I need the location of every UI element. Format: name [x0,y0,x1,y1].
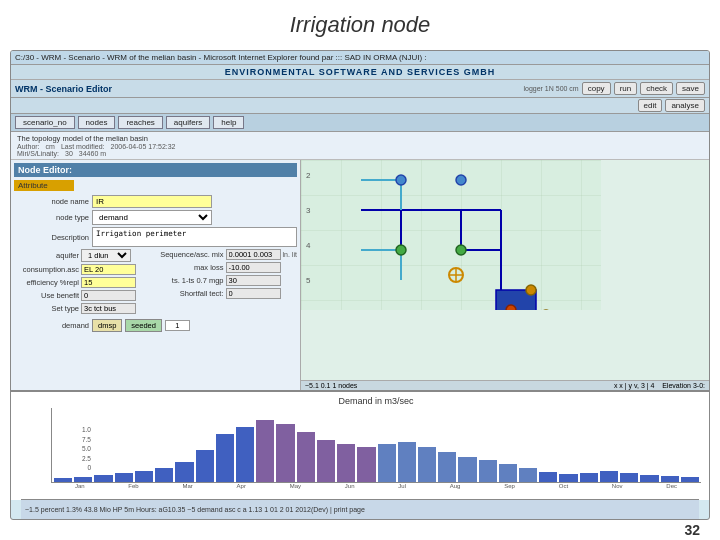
nodes-label: Miri/S/Linaity: [17,150,59,157]
description-label: Description [14,233,89,242]
bar-21 [458,457,476,482]
x-label-jan: Jan [75,483,85,489]
tab-nodes[interactable]: nodes [78,116,116,129]
demand-row: demand dmsp seeded [14,319,297,332]
form-dual: aquifer 1 dlun consumption.asc efficienc… [14,249,297,316]
copy-button[interactable]: copy [582,82,611,95]
consumption-label: consumption.asc [14,265,79,274]
efficiency-label: efficiency %repl [14,278,79,287]
max-loss-row: max loss [159,262,298,273]
demand-value-input[interactable] [165,320,190,331]
efficiency-row: efficiency %repl [14,277,153,288]
save-button[interactable]: save [676,82,705,95]
dmsp-button[interactable]: dmsp [92,319,122,332]
svg-point-21 [456,245,466,255]
svg-text:5: 5 [306,276,311,285]
svg-rect-1 [301,160,601,310]
logger-label: logger 1N 500 cm [523,85,578,92]
node-name-input[interactable] [92,195,212,208]
last-modified-label: Last modified: [61,143,105,150]
bar-11 [256,420,274,482]
length-value: 34460 m [79,150,106,157]
bar-23 [499,464,517,482]
x-label-sep: Sep [504,483,515,489]
set-type-row: Set type [14,303,153,314]
x-label-nov: Nov [612,483,623,489]
sequence-row: Sequence/asc. mix ln. lit [159,249,298,260]
last-modified-value: 2006-04-05 17:52:32 [111,143,176,150]
bar-31 [661,476,679,482]
aquifer-select[interactable]: 1 dlun [81,249,131,262]
bar-9 [216,434,234,482]
efficiency-max-input[interactable] [226,275,281,286]
svg-text:3: 3 [306,206,311,215]
y-axis-value-1: 1.0 [82,426,91,433]
sequence-input[interactable] [226,249,281,260]
use-benefit-input[interactable] [81,290,136,301]
bar-27 [580,473,598,482]
x-label-may: May [290,483,301,489]
x-label-mar: Mar [182,483,192,489]
shortfall-input[interactable] [226,288,281,299]
chart-container [51,408,701,483]
x-label-jul: Jul [398,483,406,489]
bar-13 [297,432,315,482]
demand-label: demand [14,321,89,330]
check-button[interactable]: check [640,82,673,95]
bar-25 [539,472,557,482]
bar-19 [418,447,436,482]
consumption-input[interactable] [81,264,136,275]
bar-4 [115,473,133,482]
analyse-button[interactable]: analyse [665,99,705,112]
svg-point-26 [526,285,536,295]
form-col-left: aquifer 1 dlun consumption.asc efficienc… [14,249,153,316]
map-canvas: 2 3 4 5 6 [301,160,601,310]
content-area: Node Editor: Attribute node name node ty… [11,160,709,390]
node-editor: Node Editor: Attribute node name node ty… [11,160,301,390]
svg-point-20 [396,245,406,255]
sequence-label: Sequence/asc. mix [159,250,224,259]
chart-title: Demand in m3/sec [51,396,701,406]
node-name-label: node name [14,197,89,206]
page-title: Irrigation node [290,12,431,38]
tab-help[interactable]: help [213,116,244,129]
bar-29 [620,473,638,482]
bar-7 [175,462,193,482]
bar-17 [378,444,396,482]
status-bar: ~1.5 percent 1.3% 43.8 Mio HP 5m Hours: … [21,499,699,519]
chart-y-axis: 1.0 7.5 5.0 2.5 0 [59,426,91,471]
aquifer-label: aquifer [14,251,79,260]
bar-2 [74,477,92,482]
description-input[interactable]: Irrigation perimeter [92,227,297,247]
tab-scenario[interactable]: scenario_no [15,116,75,129]
efficiency-max-row: ts. 1-ts 0.7 mgp [159,275,298,286]
map-area: 2 3 4 5 6 [301,160,709,390]
max-loss-input[interactable] [226,262,281,273]
map-nodes-count: ~5.1 0.1 1 nodes [305,382,357,389]
set-type-input[interactable] [81,303,136,314]
set-type-label: Set type [14,304,79,313]
node-editor-title: Node Editor: [14,163,297,177]
tab-reaches[interactable]: reaches [118,116,162,129]
svg-point-18 [396,175,406,185]
run-button[interactable]: run [614,82,638,95]
bar-12 [276,424,294,482]
bar-14 [317,440,335,482]
x-label-apr: Apr [237,483,246,489]
bar-3 [94,475,112,482]
tab-aquifers[interactable]: aquifers [166,116,210,129]
page-number: 32 [684,522,700,538]
seeded-button[interactable]: seeded [125,319,162,332]
app-header-text: ENVIRONMENTAL SOFTWARE AND SERVICES GMBH [225,67,496,77]
shortfall-label: Shortfall tect: [159,289,224,298]
chart-area: Demand in m3/sec 1.0 7.5 5.0 2.5 0 [11,390,709,500]
chart-x-axis: Jan Feb Mar Apr May Jun Jul Aug Sep Oct … [51,483,701,489]
edit-button[interactable]: edit [638,99,663,112]
svg-text:2: 2 [306,171,311,180]
y-axis-value-4: 2.5 [82,455,91,462]
description-row: Description Irrigation perimeter [14,227,297,247]
efficiency-input[interactable] [81,277,136,288]
node-type-select[interactable]: demand source sink junction [92,210,212,225]
x-label-jun: Jun [345,483,355,489]
bar-32 [681,477,699,482]
